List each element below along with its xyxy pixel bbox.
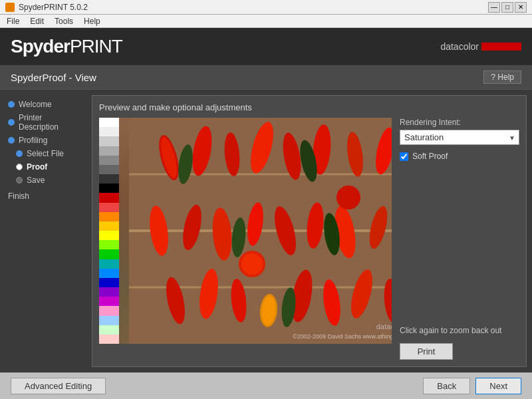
maximize-button[interactable]: □: [501, 2, 513, 13]
content-area: Welcome Printer Description Profiling Se…: [0, 90, 532, 372]
rendering-intent-select[interactable]: Saturation Perceptual Relative Colorimet…: [400, 130, 519, 145]
image-copyright: ©2002-2009 David Sachs www.athing.com: [293, 333, 392, 340]
logo-print: PRINT: [70, 36, 122, 57]
image-brand-watermark: datacolor: [376, 323, 392, 331]
print-button[interactable]: Print: [400, 343, 453, 360]
sidebar-label-save: Save: [27, 176, 45, 185]
panel-body: datacolor ©2002-2009 David Sachs www.ath…: [99, 118, 519, 360]
soft-proof-checkbox[interactable]: [400, 152, 408, 161]
title-bar: SpyderPRINT 5.0.2 — □ ✕: [0, 0, 532, 15]
close-button[interactable]: ✕: [515, 2, 527, 13]
logo-spyder: Spyder: [11, 36, 70, 57]
nav-dot-proof: [16, 164, 23, 170]
panel-instruction: Preview and make optional adjustments: [99, 102, 519, 112]
svg-point-35: [241, 253, 263, 275]
menu-bar: File Edit Tools Help: [0, 15, 532, 28]
next-button[interactable]: Next: [475, 378, 521, 394]
soft-proof-row: Soft Proof: [400, 152, 519, 161]
sidebar-label-select-file: Select File: [27, 149, 64, 158]
title-bar-left: SpyderPRINT 5.0.2: [5, 3, 88, 12]
sidebar-item-profiling[interactable]: Profiling: [5, 134, 81, 147]
nav-dot-welcome: [8, 101, 15, 108]
window-controls: — □ ✕: [488, 2, 527, 13]
rendering-select-wrapper: Saturation Perceptual Relative Colorimet…: [400, 130, 519, 145]
sidebar-label-finish: Finish: [8, 192, 29, 201]
bottom-bar: Advanced Editing Back Next: [0, 372, 532, 399]
nav-dot-profiling: [8, 137, 15, 144]
sidebar-label-profiling: Profiling: [19, 136, 47, 145]
datacolor-bar: [481, 43, 521, 51]
rendering-intent-label: Rendering Intent:: [400, 118, 519, 127]
sidebar-item-save[interactable]: Save: [5, 174, 81, 187]
sidebar-item-finish[interactable]: Finish: [5, 190, 81, 203]
preview-image-container[interactable]: datacolor ©2002-2009 David Sachs www.ath…: [99, 118, 392, 344]
bottom-right: Back Next: [423, 378, 521, 394]
sidebar-label-proof: Proof: [27, 162, 47, 172]
sidebar-item-select-file[interactable]: Select File: [5, 147, 81, 160]
help-button[interactable]: ? Help: [483, 70, 521, 84]
app-title: SpyderPRINT 5.0.2: [19, 3, 88, 12]
menu-help[interactable]: Help: [80, 16, 104, 27]
menu-edit[interactable]: Edit: [26, 16, 48, 27]
datacolor-text: datacolor: [440, 41, 479, 52]
sidebar-label-printer: Printer Description: [19, 113, 78, 132]
sidebar-item-printer-description[interactable]: Printer Description: [5, 111, 81, 134]
sidebar-item-proof[interactable]: Proof: [5, 160, 81, 174]
app-icon: [5, 3, 15, 12]
sidebar-label-welcome: Welcome: [19, 100, 52, 109]
advanced-editing-button[interactable]: Advanced Editing: [11, 378, 106, 394]
svg-point-36: [336, 186, 360, 209]
bottom-left: Advanced Editing: [11, 378, 106, 394]
back-button[interactable]: Back: [423, 378, 470, 394]
nav-dot-printer: [8, 119, 15, 126]
rendering-intent-group: Rendering Intent: Saturation Perceptual …: [400, 118, 519, 145]
sidebar-item-welcome[interactable]: Welcome: [5, 98, 81, 111]
nav-dot-select-file: [16, 150, 23, 157]
menu-tools[interactable]: Tools: [51, 16, 77, 27]
preview-image: datacolor ©2002-2009 David Sachs www.ath…: [99, 118, 392, 344]
main-panel: Preview and make optional adjustments: [92, 95, 527, 367]
soft-proof-label: Soft Proof: [412, 152, 448, 161]
color-strip: [99, 118, 119, 344]
app-header: Spyder PRINT datacolor: [0, 28, 532, 65]
main-area: SpyderProof - View ? Help Welcome Printe…: [0, 65, 532, 372]
sidebar: Welcome Printer Description Profiling Se…: [0, 90, 86, 372]
nav-dot-save: [16, 177, 23, 184]
logo: Spyder PRINT: [11, 36, 122, 57]
datacolor-logo: datacolor: [440, 41, 521, 52]
menu-file[interactable]: File: [3, 16, 23, 27]
minimize-button[interactable]: —: [488, 2, 500, 13]
pepper-image: datacolor ©2002-2009 David Sachs www.ath…: [119, 118, 392, 344]
zoom-hint: Click again to zoom back out: [400, 325, 519, 336]
right-panel: Rendering Intent: Saturation Perceptual …: [400, 118, 519, 360]
page-title: SpyderProof - View: [11, 72, 96, 83]
page-title-bar: SpyderProof - View ? Help: [0, 65, 532, 90]
